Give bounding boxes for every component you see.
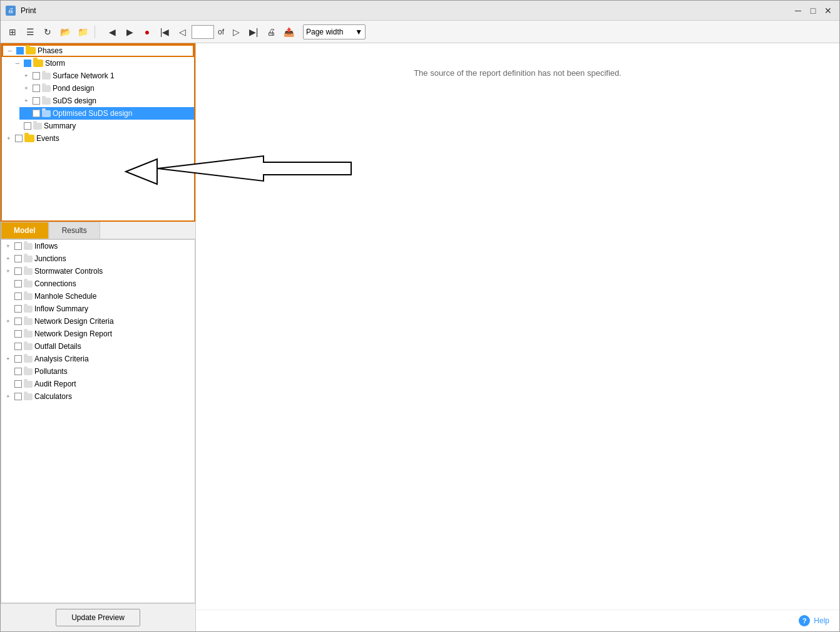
junctions-item[interactable]: + Junctions — [1, 252, 195, 265]
nav-back-button[interactable]: ◀ — [104, 24, 120, 40]
nav-last-button[interactable]: ▶| — [245, 24, 262, 40]
connections-label: Connections — [34, 279, 76, 288]
nav-first-button[interactable]: |◀ — [156, 24, 173, 40]
inflow-summary-folder — [24, 306, 33, 313]
summary-checkbox[interactable] — [24, 122, 31, 130]
surface-network-expander[interactable]: + — [22, 71, 31, 80]
phases-checkbox[interactable] — [16, 47, 24, 54]
audit-report-item[interactable]: Audit Report — [1, 378, 195, 390]
storm-checkbox[interactable] — [24, 60, 31, 67]
close-button[interactable]: ✕ — [822, 4, 834, 17]
surface-network-checkbox[interactable] — [33, 72, 40, 80]
analysis-criteria-folder — [24, 356, 33, 363]
page-width-dropdown[interactable]: Page width ▼ — [303, 24, 366, 39]
pond-design-expander[interactable]: + — [22, 84, 31, 93]
storm-expander[interactable]: ─ — [13, 59, 22, 68]
open-button[interactable]: 📂 — [57, 24, 73, 40]
nav-stop-button[interactable]: ● — [139, 24, 155, 40]
analysis-criteria-expander[interactable]: + — [4, 355, 13, 363]
save-button[interactable]: 📁 — [74, 24, 91, 40]
manhole-schedule-checkbox[interactable] — [14, 293, 22, 300]
network-design-criteria-expander[interactable]: + — [4, 317, 13, 326]
network-design-criteria-item[interactable]: + Network Design Criteria — [1, 315, 195, 328]
manhole-schedule-expander — [4, 292, 13, 301]
storm-item[interactable]: ─ Storm — [11, 57, 194, 70]
suds-design-checkbox[interactable] — [33, 97, 40, 105]
audit-report-expander — [4, 380, 13, 388]
calculators-label: Calculators — [34, 392, 72, 401]
pollutants-item[interactable]: Pollutants — [1, 365, 195, 378]
inflow-summary-checkbox[interactable] — [14, 305, 22, 313]
grid-view-button[interactable]: ⊞ — [4, 24, 21, 40]
phases-root-item[interactable]: ─ Phases — [2, 44, 194, 57]
network-design-report-expander — [4, 329, 13, 338]
summary-item[interactable]: Summary — [11, 120, 194, 132]
optimised-suds-folder — [42, 110, 51, 117]
pond-design-item[interactable]: + Pond design — [19, 82, 194, 95]
suds-design-item[interactable]: + SuDS design — [19, 95, 194, 107]
inflow-summary-item[interactable]: Inflow Summary — [1, 303, 195, 315]
events-checkbox[interactable] — [15, 135, 23, 142]
model-tab[interactable]: Model — [1, 222, 49, 239]
list-view-button[interactable]: ☰ — [22, 24, 38, 40]
outfall-details-checkbox[interactable] — [14, 343, 22, 350]
outfall-details-item[interactable]: Outfall Details — [1, 340, 195, 353]
nav-forward-button[interactable]: ▶ — [121, 24, 138, 40]
optimised-suds-item[interactable]: ✓ Optimised SuDS design — [19, 107, 194, 120]
inflows-item[interactable]: + Inflows — [1, 240, 195, 252]
surface-network-item[interactable]: + Surface Network 1 — [19, 70, 194, 82]
maximize-button[interactable]: □ — [807, 4, 819, 17]
inflows-expander[interactable]: + — [4, 242, 13, 251]
optimised-suds-checkbox[interactable]: ✓ — [33, 110, 40, 117]
pollutants-label: Pollutants — [34, 367, 68, 376]
stormwater-controls-folder — [24, 268, 33, 275]
calculators-expander[interactable]: + — [4, 392, 13, 401]
connections-checkbox[interactable] — [14, 280, 22, 288]
events-item[interactable]: + Events — [2, 132, 194, 145]
page-width-chevron: ▼ — [355, 28, 362, 36]
stormwater-controls-item[interactable]: + Stormwater Controls — [1, 265, 195, 277]
calculators-folder — [24, 393, 33, 400]
results-tab[interactable]: Results — [49, 222, 100, 239]
junctions-checkbox[interactable] — [14, 255, 22, 262]
stormwater-controls-checkbox[interactable] — [14, 267, 22, 275]
pond-design-checkbox[interactable] — [33, 85, 40, 92]
export-button[interactable]: 📤 — [280, 24, 297, 40]
events-expander[interactable]: + — [4, 134, 13, 143]
analysis-criteria-checkbox[interactable] — [14, 355, 22, 363]
help-label[interactable]: Help — [814, 616, 829, 625]
network-design-report-item[interactable]: Network Design Report — [1, 328, 195, 340]
connections-item[interactable]: Connections — [1, 277, 195, 290]
network-design-report-checkbox[interactable] — [14, 330, 22, 338]
network-design-criteria-checkbox[interactable] — [14, 318, 22, 325]
print-button[interactable]: 🖨 — [263, 24, 279, 40]
outfall-details-folder — [24, 343, 33, 350]
summary-folder — [33, 123, 42, 130]
calculators-item[interactable]: + Calculators — [1, 390, 195, 403]
page-of-label: of — [218, 28, 224, 36]
preview-area: The source of the report definition has … — [196, 43, 839, 609]
pollutants-checkbox[interactable] — [14, 368, 22, 375]
phases-expander[interactable]: ─ — [6, 46, 14, 55]
analysis-criteria-item[interactable]: + Analysis Criteria — [1, 353, 195, 365]
inflows-checkbox[interactable] — [14, 242, 22, 250]
calculators-checkbox[interactable] — [14, 393, 22, 400]
update-preview-button[interactable]: Update Preview — [56, 609, 140, 626]
help-icon[interactable]: ? — [799, 615, 810, 626]
refresh-button[interactable]: ↻ — [39, 24, 56, 40]
manhole-schedule-item[interactable]: Manhole Schedule — [1, 290, 195, 303]
events-folder-icon — [24, 135, 34, 142]
junctions-label: Junctions — [34, 254, 66, 263]
suds-design-expander[interactable]: + — [22, 96, 31, 105]
nav-next-button[interactable]: ▷ — [228, 24, 244, 40]
junctions-expander[interactable]: + — [4, 254, 13, 263]
nav-prev-button[interactable]: ◁ — [174, 24, 190, 40]
connections-folder — [24, 281, 33, 288]
audit-report-checkbox[interactable] — [14, 380, 22, 388]
minimize-button[interactable]: ─ — [792, 4, 804, 17]
optimised-suds-expander[interactable] — [22, 109, 31, 118]
page-number-input[interactable]: 0 — [192, 25, 214, 39]
stormwater-controls-expander[interactable]: + — [4, 267, 13, 276]
window-icon: 🖨 — [6, 6, 16, 16]
analysis-criteria-label: Analysis Criteria — [34, 355, 89, 363]
